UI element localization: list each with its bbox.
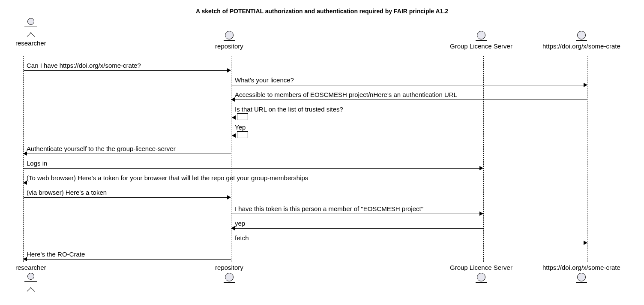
diagram-title: A sketch of POTENTIAL authorization and … bbox=[196, 8, 448, 15]
arrow-head-icon bbox=[584, 83, 587, 87]
message-text: Is that URL on the list of trusted sites… bbox=[235, 106, 343, 113]
participant-gls-top: Group Licence Server bbox=[450, 31, 512, 50]
message-text: Can I have https://doi.org/x/some-crate? bbox=[27, 62, 141, 69]
participant-repository-bottom: repository bbox=[215, 264, 243, 283]
actor-icon bbox=[15, 18, 46, 38]
arrow-head-icon bbox=[231, 226, 235, 230]
participant-crate-bottom: https://doi.org/x/some-crate bbox=[542, 264, 620, 283]
participant-label: researcher bbox=[15, 264, 46, 271]
participant-gls-bottom: Group Licence Server bbox=[450, 264, 512, 283]
actor-icon bbox=[15, 273, 46, 293]
participant-label: repository bbox=[215, 42, 243, 50]
participant-head-icon bbox=[577, 273, 586, 281]
message-text: Logs in bbox=[27, 160, 47, 167]
lifeline-researcher bbox=[23, 56, 24, 262]
self-message-box bbox=[237, 131, 248, 138]
self-message-box bbox=[237, 113, 248, 120]
participant-researcher-bottom: researcher bbox=[15, 264, 46, 293]
participant-head-icon bbox=[225, 31, 234, 39]
message-text: What's your licence? bbox=[235, 76, 294, 84]
message-arrow bbox=[235, 100, 587, 100]
message-arrow bbox=[24, 70, 227, 71]
arrow-head-icon bbox=[227, 68, 231, 72]
message-arrow bbox=[231, 214, 479, 214]
message-arrow bbox=[27, 183, 483, 183]
message-text: fetch bbox=[235, 234, 249, 242]
message-arrow bbox=[24, 168, 479, 169]
participant-underline-icon bbox=[576, 282, 587, 283]
participant-underline-icon bbox=[476, 282, 487, 283]
message-arrow bbox=[231, 85, 584, 85]
participant-underline-icon bbox=[224, 282, 235, 283]
message-text: I have this token is this person a membe… bbox=[235, 205, 423, 212]
message-text: yep bbox=[235, 220, 245, 227]
arrow-head-icon bbox=[23, 181, 27, 185]
participant-head-icon bbox=[577, 31, 586, 39]
participant-label: researcher bbox=[15, 39, 46, 47]
message-arrow bbox=[24, 197, 227, 198]
message-arrow bbox=[27, 154, 231, 154]
participant-underline-icon bbox=[476, 40, 487, 41]
participant-researcher-top: researcher bbox=[15, 18, 46, 47]
message-text: Authenticate yourself to the the group-l… bbox=[27, 145, 176, 152]
message-arrow bbox=[231, 243, 584, 243]
message-text: Here's the RO-Crate bbox=[27, 251, 85, 258]
message-text: (via browser) Here's a token bbox=[27, 189, 107, 196]
arrow-head-icon bbox=[232, 133, 236, 138]
lifeline-gls bbox=[483, 56, 484, 262]
participant-head-icon bbox=[225, 273, 234, 281]
participant-underline-icon bbox=[224, 40, 235, 41]
arrow-head-icon bbox=[227, 195, 231, 199]
arrow-head-icon bbox=[23, 151, 27, 156]
participant-head-icon bbox=[477, 31, 485, 39]
participant-crate-top: https://doi.org/x/some-crate bbox=[542, 31, 620, 50]
arrow-head-icon bbox=[23, 257, 27, 261]
participant-label: https://doi.org/x/some-crate bbox=[542, 42, 620, 50]
participant-head-icon bbox=[477, 273, 485, 281]
arrow-head-icon bbox=[231, 97, 235, 102]
participant-repository-top: repository bbox=[215, 31, 243, 50]
message-text: Accessible to members of EOSCMESH projec… bbox=[235, 91, 457, 98]
participant-label: Group Licence Server bbox=[450, 264, 512, 271]
participant-label: repository bbox=[215, 264, 243, 271]
message-arrow bbox=[235, 228, 483, 229]
arrow-head-icon bbox=[479, 211, 483, 216]
participant-underline-icon bbox=[576, 40, 587, 41]
participant-label: Group Licence Server bbox=[450, 42, 512, 50]
arrow-head-icon bbox=[479, 166, 483, 170]
arrow-head-icon bbox=[232, 115, 236, 120]
arrow-head-icon bbox=[584, 241, 587, 245]
message-text: (To web browser) Here's a token for your… bbox=[27, 174, 308, 181]
participant-label: https://doi.org/x/some-crate bbox=[542, 264, 620, 271]
lifeline-repository bbox=[231, 56, 231, 262]
message-arrow bbox=[27, 259, 231, 260]
message-text: Yep bbox=[235, 124, 246, 131]
